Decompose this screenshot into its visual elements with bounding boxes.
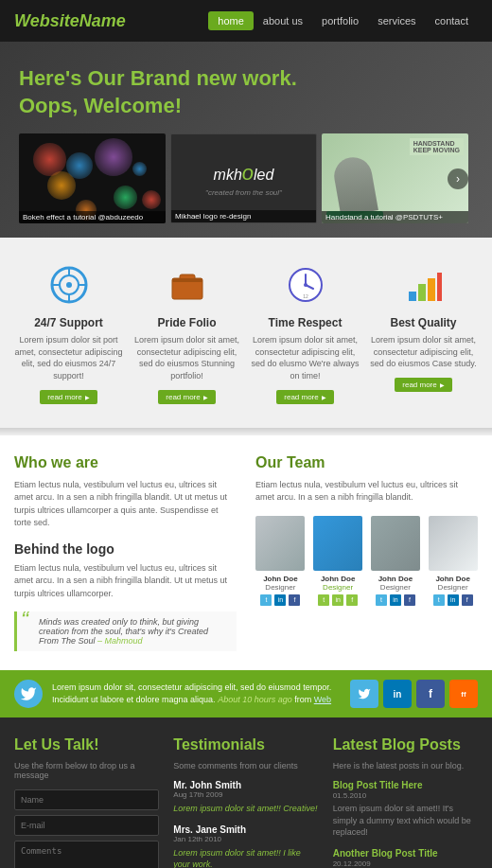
blog-subtitle: Here is the latest posts in our blog. [333, 761, 478, 771]
comments-input[interactable] [14, 841, 159, 868]
facebook-icon-4[interactable]: f [462, 594, 473, 606]
linkedin-icon-3[interactable]: in [390, 594, 401, 606]
feature-support-readmore[interactable]: read more [40, 390, 97, 404]
feature-portfolio: Pride Folio Lorem ipsum dolor sit amet, … [132, 261, 241, 403]
twitter-icon-4[interactable]: t [433, 594, 445, 606]
svg-rect-16 [418, 284, 426, 301]
team-role-3: Designer [371, 583, 421, 592]
nav-home[interactable]: home [208, 11, 254, 30]
tweet-link[interactable]: Web [314, 695, 331, 704]
facebook-icon-3[interactable]: f [404, 594, 415, 606]
feature-time-readmore[interactable]: read more [276, 390, 333, 404]
bottom-section: Let Us Talk! Use the form below to drop … [0, 717, 492, 868]
team-role-2: Designer [313, 583, 363, 592]
team-text: Etiam lectus nula, vestibulum vel luctus… [255, 479, 478, 505]
slide-3-caption: Handstand a tutorial @PSDTUTS+ [322, 211, 468, 223]
team-name-3: John Doe [371, 575, 421, 583]
twitter-icon-2[interactable]: t [318, 594, 329, 606]
nav-portfolio[interactable]: portfolio [312, 11, 368, 30]
name-input[interactable] [14, 789, 159, 810]
social-twitter-btn[interactable] [350, 680, 378, 708]
twitter-icon-1[interactable]: t [260, 594, 272, 606]
nav: home about us portfolio services contact [208, 11, 478, 30]
team-photo-2 [313, 516, 362, 571]
facebook-icon-1[interactable]: f [289, 594, 300, 606]
twitter-icon-3[interactable]: t [376, 594, 387, 606]
about-right: Our Team Etiam lectus nula, vestibulum v… [255, 454, 478, 652]
team-social-4: t in f [428, 594, 478, 606]
team-name-1: John Doe [255, 575, 306, 583]
portfolio-icon [164, 261, 211, 309]
social-friendfeed-btn[interactable]: ff [449, 680, 478, 708]
blog-post-1-title[interactable]: Blog Post Title Here [333, 780, 478, 790]
feature-portfolio-text: Lorem ipsum dolor sit amet, consectetur … [132, 334, 241, 381]
slide-2: mkholed "created from the soul" Mikhael … [170, 133, 317, 223]
team-role-1: Designer [255, 583, 306, 592]
slide-1-caption: Bokeh effect a tutorial @abduzeedo [19, 211, 166, 223]
slide-2-tagline: "created from the soul" [205, 188, 282, 197]
facebook-icon-2[interactable]: f [346, 594, 358, 606]
feature-quality-title: Best Quality [369, 316, 478, 329]
nav-contact[interactable]: contact [426, 11, 478, 30]
features-section: 24/7 Support Lorem ipsum dolor sit port … [0, 238, 492, 427]
testimonial-1-name: Mr. John Smith [173, 780, 318, 790]
feature-support-title: 24/7 Support [14, 316, 123, 329]
logo: WebsiteName [14, 11, 126, 31]
svg-rect-17 [428, 278, 435, 301]
svg-rect-18 [437, 273, 442, 301]
behind-title: Behind the logo [14, 541, 237, 557]
contact-subtitle: Use the form below to drop us a message [14, 761, 159, 780]
feature-quality: Best Quality Lorem ipsum dolor sit amet,… [369, 261, 478, 403]
quote-author: – Mahmoud [97, 636, 143, 646]
header: WebsiteName home about us portfolio serv… [0, 0, 492, 42]
linkedin-icon-4[interactable]: in [448, 594, 459, 606]
social-linkedin-btn[interactable]: in [383, 680, 412, 708]
testimonial-2-date: Jan 12th 2010 [173, 835, 318, 843]
testimonial-1-text: Lorem ipsum dolor sit amet!! Creative! [173, 803, 318, 815]
feature-portfolio-title: Pride Folio [132, 316, 241, 329]
slide-2-logo: mkholed [214, 161, 274, 186]
team-photo-4 [429, 516, 478, 571]
about-left: Who we are Etiam lectus nula, vestibulum… [14, 454, 237, 652]
nav-services[interactable]: services [368, 11, 425, 30]
testimonial-1: Mr. John Smith Aug 17th 2009 Lorem ipsum… [173, 780, 318, 815]
team-member-1: John Doe Designer t in f [255, 516, 306, 606]
contact-col: Let Us Talk! Use the form below to drop … [14, 736, 159, 868]
feature-time-text: Lorem ipsum dolor sit amet, consectetur … [251, 334, 360, 381]
social-buttons: in f ff [350, 680, 478, 708]
tweet-content: Lorem ipsum dolor sit, consectetur adipi… [52, 682, 341, 705]
feature-time: 12 Time Respect Lorem ipsum dolor sit am… [251, 261, 360, 403]
feature-support-text: Lorem ipsum dolor sit port amet, consect… [14, 334, 123, 381]
contact-title: Let Us Talk! [14, 736, 159, 753]
blog-post-2-title[interactable]: Another Blog Post Title [333, 848, 478, 859]
twitter-bird-icon [14, 680, 43, 708]
linkedin-icon-2[interactable]: in [332, 594, 343, 606]
testimonials-col: Testimonials Some comments from our clie… [173, 736, 318, 868]
nav-about[interactable]: about us [254, 11, 312, 30]
email-input[interactable] [14, 815, 159, 836]
team-photo-1 [255, 516, 305, 571]
slide-2-caption: Mikhael logo re-design [171, 210, 316, 222]
testimonials-subtitle: Some comments from our clients [173, 761, 318, 771]
blog-post-1-text: Lorem ipsum dolor sit amet!! It's simply… [333, 803, 478, 839]
team-member-3: John Doe Designer t in f [371, 516, 421, 606]
slider-next-button[interactable]: › [448, 168, 468, 189]
team-social-2: t in f [313, 594, 363, 606]
testimonial-2-name: Mrs. Jane Smith [173, 824, 318, 835]
feature-portfolio-readmore[interactable]: read more [158, 390, 215, 404]
team-member-2: John Doe Designer t in f [313, 516, 363, 606]
testimonial-2-text: Lorem ipsum dolor sit amet!! I like your… [173, 847, 318, 868]
feature-quality-readmore[interactable]: read more [395, 378, 451, 392]
team-name-2: John Doe [313, 575, 363, 583]
social-facebook-btn[interactable]: f [416, 680, 445, 708]
twitter-strip: Lorem ipsum dolor sit, consectetur adipi… [0, 670, 492, 717]
quote-block: “ Minds was created only to think, but g… [14, 611, 237, 651]
feature-quality-text: Lorem ipsum dolor sit amet, consectetur … [369, 334, 478, 370]
who-title: Who we are [14, 454, 237, 471]
blog-title: Latest Blog Posts [333, 736, 478, 753]
team-social-3: t in f [371, 594, 421, 606]
testimonial-1-date: Aug 17th 2009 [173, 790, 318, 799]
svg-text:12: 12 [303, 293, 308, 299]
linkedin-icon-1[interactable]: in [274, 594, 286, 606]
support-icon [45, 261, 93, 309]
